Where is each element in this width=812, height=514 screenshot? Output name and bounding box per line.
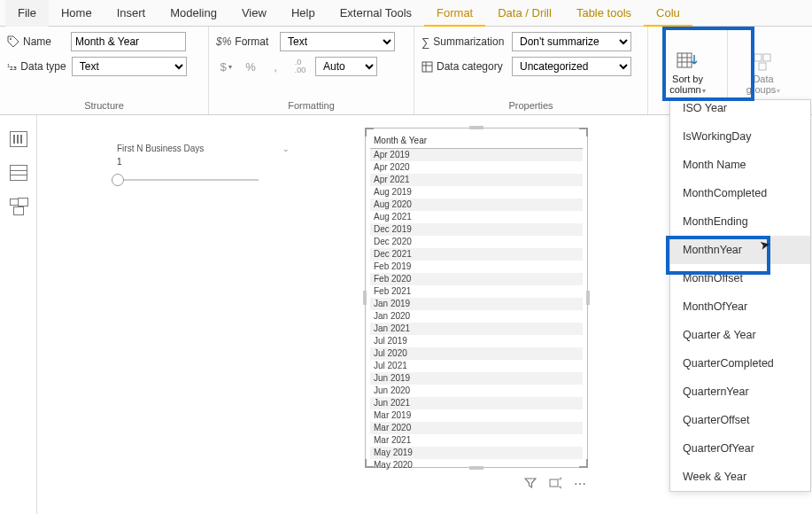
- view-switcher: [0, 115, 37, 514]
- sort-menu-item[interactable]: Month Name: [670, 151, 810, 179]
- sort-label-1: Sort by: [672, 74, 703, 84]
- sort-menu-item[interactable]: QuarternYear: [670, 378, 810, 406]
- table-row[interactable]: Mar 2021: [370, 434, 583, 447]
- tab-data-drill[interactable]: Data / Drill: [485, 0, 564, 27]
- ribbon-group-formatting: $% Format Text $ % , .0.00 Auto Formatti…: [209, 27, 414, 114]
- sort-menu-item[interactable]: MonthEnding: [670, 207, 810, 236]
- tab-view[interactable]: View: [229, 0, 279, 27]
- data-category-select[interactable]: Uncategorized: [512, 57, 631, 76]
- slicer-visual[interactable]: First N Business Days ⌄ 1: [117, 144, 290, 181]
- table-row[interactable]: Apr 2021: [370, 174, 583, 186]
- table-row[interactable]: Apr 2019: [370, 149, 583, 161]
- slicer-slider-handle[interactable]: [112, 174, 124, 186]
- data-groups-label-2: groups ▾: [746, 84, 781, 95]
- more-options-icon[interactable]: ⋯: [574, 477, 588, 491]
- table-row[interactable]: Dec 2019: [370, 223, 583, 236]
- table-row[interactable]: Jun 2020: [370, 385, 583, 397]
- tab-column-tools[interactable]: Colu: [644, 0, 692, 27]
- table-row[interactable]: Feb 2019: [370, 261, 583, 273]
- name-label: Name: [7, 35, 66, 48]
- sort-icon: [677, 51, 700, 74]
- table-row[interactable]: Jul 2020: [370, 347, 583, 360]
- currency-button[interactable]: $: [216, 57, 236, 76]
- sort-menu-item[interactable]: MonthnYear: [670, 236, 810, 264]
- table-row[interactable]: Jun 2021: [370, 397, 583, 409]
- table-row[interactable]: Mar 2020: [370, 422, 583, 434]
- table-row[interactable]: Jul 2019: [370, 335, 583, 347]
- table-row[interactable]: Aug 2021: [370, 211, 583, 223]
- table-row[interactable]: May 2020: [370, 459, 583, 471]
- ribbon-group-structure: Name ¹₂₃ Data type Text Structure: [0, 27, 209, 114]
- tab-insert[interactable]: Insert: [104, 0, 159, 27]
- sort-menu-item[interactable]: MonthOffset: [670, 264, 810, 292]
- table-row[interactable]: Dec 2021: [370, 248, 583, 261]
- resize-handle-right[interactable]: [586, 291, 590, 305]
- table-row[interactable]: Jan 2021: [370, 323, 583, 335]
- svg-rect-11: [759, 63, 766, 70]
- sort-menu-item[interactable]: QuarterOffset: [670, 406, 810, 434]
- sort-menu-item[interactable]: Quarter & Year: [670, 321, 810, 349]
- sort-by-column-menu: ISO YearIsWorkingDayMonth NameMonthCompl…: [669, 99, 811, 492]
- thousands-separator-button[interactable]: ,: [266, 57, 285, 76]
- table-row[interactable]: Apr 2020: [370, 161, 583, 174]
- svg-rect-1: [422, 62, 432, 72]
- data-groups-button[interactable]: Data groups ▾: [735, 41, 792, 105]
- sort-by-column-button[interactable]: Sort by column ▾: [660, 41, 716, 105]
- data-type-select[interactable]: Text: [72, 57, 187, 76]
- table-header[interactable]: Month & Year: [370, 133, 583, 149]
- summarization-select[interactable]: Don't summarize: [512, 32, 631, 51]
- table-row[interactable]: Jan 2020: [370, 310, 583, 323]
- svg-rect-4: [677, 53, 692, 67]
- tab-external-tools[interactable]: External Tools: [328, 0, 424, 27]
- tab-modeling[interactable]: Modeling: [158, 0, 229, 27]
- svg-rect-9: [754, 54, 762, 61]
- data-groups-icon: [753, 51, 774, 74]
- table-row[interactable]: Feb 2021: [370, 285, 583, 298]
- decimal-places-select[interactable]: Auto: [315, 57, 377, 76]
- table-row[interactable]: Mar 2019: [370, 409, 583, 422]
- tag-icon: [7, 35, 19, 48]
- decimal-places-icon: .0.00: [290, 57, 310, 76]
- sort-menu-item[interactable]: IsWorkingDay: [670, 122, 810, 151]
- focus-mode-icon[interactable]: [549, 477, 561, 491]
- data-view-button[interactable]: [10, 165, 27, 181]
- summarization-label: ∑ Summarization: [421, 35, 507, 49]
- sort-menu-item[interactable]: MonthCompleted: [670, 179, 810, 207]
- table-row[interactable]: May 2019: [370, 447, 583, 459]
- structure-group-title: Structure: [7, 98, 201, 114]
- table-visual[interactable]: Month & Year Apr 2019Apr 2020Apr 2021Aug…: [365, 128, 588, 468]
- table-row[interactable]: Jul 2021: [370, 360, 583, 372]
- tab-table-tools[interactable]: Table tools: [564, 0, 644, 27]
- table-row[interactable]: Aug 2020: [370, 199, 583, 211]
- percent-button[interactable]: %: [241, 57, 260, 76]
- slicer-slider-track[interactable]: [117, 179, 259, 181]
- sigma-icon: ∑: [421, 35, 429, 49]
- format-select[interactable]: Text: [280, 32, 395, 51]
- filter-icon[interactable]: [524, 477, 537, 491]
- table-row[interactable]: Jun 2019: [370, 372, 583, 385]
- tab-file[interactable]: File: [5, 0, 49, 27]
- chevron-down-icon[interactable]: ⌄: [282, 144, 290, 153]
- table-row[interactable]: Jan 2019: [370, 298, 583, 310]
- tab-format[interactable]: Format: [424, 0, 485, 27]
- model-view-button[interactable]: [10, 199, 27, 214]
- svg-rect-10: [763, 54, 770, 61]
- sort-menu-item[interactable]: QuarterCompleted: [670, 349, 810, 378]
- table-row[interactable]: Feb 2020: [370, 273, 583, 285]
- sort-menu-item[interactable]: Week & Year: [670, 463, 810, 491]
- column-name-input[interactable]: [71, 32, 186, 51]
- resize-handle-top[interactable]: [469, 126, 483, 129]
- category-icon: [421, 61, 433, 73]
- report-view-button[interactable]: [10, 131, 27, 147]
- visual-action-bar: ⋯: [524, 477, 588, 491]
- sort-menu-item[interactable]: ISO Year: [670, 100, 810, 122]
- tab-help[interactable]: Help: [279, 0, 328, 27]
- tab-home[interactable]: Home: [49, 0, 104, 27]
- sort-menu-item[interactable]: QuarterOfYear: [670, 434, 810, 463]
- resize-handle-left[interactable]: [363, 291, 367, 305]
- formatting-group-title: Formatting: [216, 98, 406, 114]
- table-row[interactable]: Aug 2019: [370, 186, 583, 199]
- sort-menu-item[interactable]: MonthOfYear: [670, 292, 810, 321]
- data-groups-label-1: Data: [753, 74, 773, 84]
- table-row[interactable]: Dec 2020: [370, 236, 583, 248]
